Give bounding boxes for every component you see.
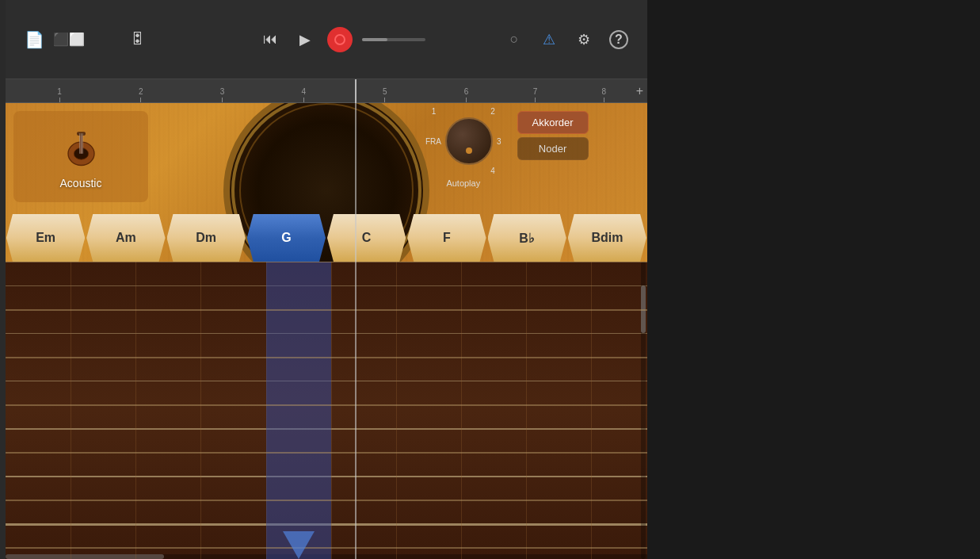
autoplay-knob-wrapper: 1 2 FRA 3 4 Autoplay: [425, 107, 501, 188]
record-button[interactable]: [327, 27, 353, 52]
chord-button-em[interactable]: Em: [6, 214, 85, 262]
arrange-button[interactable]: ⬛⬜: [56, 27, 82, 52]
volume-fill: [362, 38, 387, 41]
play-icon: ▶: [299, 31, 311, 48]
circle-button[interactable]: ○: [501, 27, 527, 52]
knob-indicator: [466, 147, 472, 154]
ruler-label-6: 6: [464, 87, 469, 96]
warning-button[interactable]: ⚠: [536, 27, 562, 52]
ruler-mark-5: 5: [383, 87, 387, 102]
fretboard: [6, 262, 647, 559]
file-button[interactable]: 📄: [21, 27, 47, 52]
chords-mode-button[interactable]: Akkorder: [517, 111, 589, 134]
knob-label-4: 4: [490, 167, 495, 175]
volume-slider[interactable]: [362, 38, 425, 41]
col-sep-5: [331, 262, 332, 559]
arrange-icon: ⬛⬜: [53, 32, 85, 47]
fret-1: [6, 309, 647, 311]
file-icon: 📄: [25, 30, 44, 49]
ruler-mark-7: 7: [533, 87, 538, 102]
fret-3: [6, 404, 647, 406]
ruler-label-7: 7: [533, 87, 538, 96]
chord-row: Em Am Dm G C F B♭ Bdim: [6, 214, 647, 262]
knob-label-1: 1: [432, 107, 437, 116]
ruler-mark-1: 1: [57, 87, 62, 102]
col-sep-8: [526, 262, 527, 559]
col-sep-9: [591, 262, 592, 559]
knob-top-labels: 1 2: [432, 107, 495, 116]
ruler-label-8: 8: [602, 87, 607, 96]
ruler-mark-4: 4: [301, 87, 306, 102]
chord-button-c[interactable]: C: [327, 214, 406, 262]
toolbar: 📄 ⬛⬜ 🎛 ⏮ ▶ ○ ⚠ ⚙: [6, 0, 647, 79]
ruler-mark-8: 8: [602, 87, 607, 102]
fret-0: [6, 262, 647, 262]
mixer-button[interactable]: 🎛: [124, 27, 150, 52]
col-sep-3: [200, 262, 201, 559]
fret-2: [6, 357, 647, 358]
toolbar-right: ○ ⚠ ⚙ ?: [501, 27, 631, 52]
chord-button-bb[interactable]: B♭: [488, 214, 566, 262]
add-track-button[interactable]: +: [636, 84, 643, 98]
help-icon: ?: [609, 30, 628, 49]
ruler-playhead: [355, 79, 357, 103]
scrollbar-thumb-horizontal[interactable]: [6, 554, 164, 559]
col-sep-1: [71, 262, 71, 559]
fret-4: [6, 452, 647, 454]
chord-button-bdim[interactable]: Bdim: [568, 214, 646, 262]
knob-label-3: 3: [497, 137, 501, 146]
ruler: 1 2 3 4 5 6 7 8 +: [6, 79, 647, 103]
active-chord-highlight: [266, 262, 331, 559]
help-button[interactable]: ?: [606, 27, 631, 52]
ruler-marks: 1 2 3 4 5 6 7 8: [13, 79, 639, 102]
play-button[interactable]: ▶: [292, 27, 318, 52]
ruler-mark-2: 2: [139, 87, 143, 102]
settings-icon: ⚙: [578, 31, 590, 48]
pick-arrow: [283, 531, 315, 559]
ruler-label-5: 5: [383, 87, 387, 96]
chord-button-dm[interactable]: Dm: [167, 214, 246, 262]
left-sidebar: [0, 0, 6, 559]
toolbar-center: ⏮ ▶: [238, 27, 444, 52]
guitar-area: Acoustic 1 2 FRA 3 4 Auto: [6, 103, 647, 559]
chord-button-f[interactable]: F: [407, 214, 486, 262]
record-icon: [334, 34, 345, 45]
settings-button[interactable]: ⚙: [571, 27, 597, 52]
instrument-icon: [57, 124, 105, 172]
toolbar-left: 📄 ⬛⬜ 🎛: [21, 27, 150, 52]
notes-mode-button[interactable]: Noder: [517, 137, 589, 160]
col-sep-2: [135, 262, 136, 559]
autoplay-section: 1 2 FRA 3 4 Autoplay Akkorder Noder: [425, 107, 589, 188]
col-sep-6: [396, 262, 397, 559]
scrollbar-vertical[interactable]: [641, 262, 646, 559]
ruler-label-1: 1: [57, 87, 62, 96]
skip-back-icon: ⏮: [263, 31, 277, 48]
knob-label-2: 2: [490, 107, 495, 116]
instrument-panel[interactable]: Acoustic: [13, 111, 148, 202]
playhead: [355, 103, 357, 559]
col-sep-7: [461, 262, 462, 559]
ruler-label-4: 4: [301, 87, 306, 96]
ruler-mark-6: 6: [464, 87, 469, 102]
knob-label-fra: FRA: [425, 137, 441, 146]
chord-button-g[interactable]: G: [247, 214, 326, 262]
guitar-svg: [59, 126, 103, 170]
chord-pick-indicator: [266, 523, 331, 559]
warning-icon: ⚠: [543, 31, 555, 48]
ruler-label-2: 2: [139, 87, 143, 96]
instrument-name: Acoustic: [60, 177, 102, 190]
fret-5: [6, 500, 647, 501]
ruler-label-3: 3: [220, 87, 225, 96]
autoplay-knob[interactable]: [445, 117, 493, 165]
ruler-mark-3: 3: [220, 87, 225, 102]
right-panel: [647, 0, 980, 559]
autoplay-label: Autoplay: [446, 178, 480, 188]
circle-icon: ○: [510, 31, 519, 48]
knob-bottom-labels: 4: [432, 167, 495, 175]
mode-buttons: Akkorder Noder: [517, 111, 589, 160]
mixer-icon: 🎛: [130, 31, 144, 48]
skip-back-button[interactable]: ⏮: [257, 27, 283, 52]
chord-button-am[interactable]: Am: [86, 214, 165, 262]
